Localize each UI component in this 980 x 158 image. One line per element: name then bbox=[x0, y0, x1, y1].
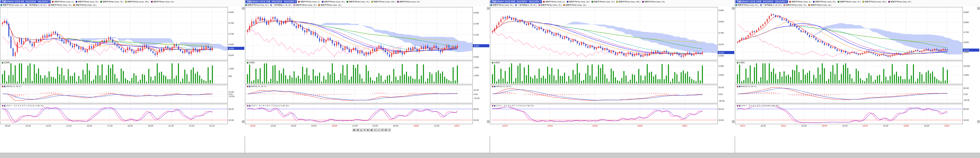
legend-label: 移動平均FM( Close, 150 ) bbox=[374, 0, 395, 3]
ma-legend-row-2: 移動平均FM( Close, 40 )一目均衡表( 9, 26, 52 )移動平… bbox=[245, 4, 343, 6]
legend-label: 移動平均FM( Close, 18 ) bbox=[566, 4, 586, 6]
legend-item: 移動平均FM( Close, 75 ) bbox=[838, 0, 861, 3]
nav-button-9[interactable]: 図 bbox=[384, 128, 387, 131]
volume-legend-swatch-icon bbox=[492, 62, 493, 63]
macd-label-text: MACD( 12, 26, 9 ) bbox=[6, 85, 21, 87]
legend-swatch-icon bbox=[73, 4, 75, 6]
scroll-up-button[interactable]: ▲ bbox=[487, 7, 490, 9]
legend-swatch-icon bbox=[298, 1, 300, 3]
macd-section-label: MACD( 12, 26, 9 ) bbox=[2, 85, 21, 87]
legend-swatch-icon bbox=[760, 4, 762, 6]
scroll-up-button[interactable]: ▲ bbox=[977, 7, 980, 9]
legend-item: 移動平均FM( Close, 5 ) bbox=[543, 0, 565, 3]
scroll-down-button[interactable]: ▼ bbox=[242, 120, 245, 123]
stochastics-section-label: スロー・ストキャスティクス( 14, 3, 80, 20 ) bbox=[247, 104, 289, 107]
legend-label: 移動平均FM( Close, 150 ) bbox=[127, 0, 149, 3]
ma-legend-row-2: 移動平均FM( Close, 40 )一目均衡表( 9, 26, 52 )移動平… bbox=[490, 4, 588, 6]
scroll-down-button[interactable]: ▼ bbox=[732, 120, 735, 123]
legend-label: 一目均衡表( 9, 26, 52 ) bbox=[27, 4, 47, 6]
volume-legend-swatch-icon bbox=[247, 62, 248, 63]
macd-label-text: MACD( 12, 26, 9 ) bbox=[251, 85, 266, 87]
legend-swatch-icon bbox=[539, 4, 540, 6]
legend-item: 移動平均FM( Close, 18 ) bbox=[73, 4, 96, 6]
ma-legend-row-2: 移動平均FM( Close, 40 )一目均衡表( 9, 26, 52 )移動平… bbox=[0, 4, 98, 6]
stoch-d-swatch-icon bbox=[4, 105, 5, 106]
chart-canvas[interactable] bbox=[0, 6, 245, 136]
stoch-label-text: スロー・ストキャスティクス( 14, 3, 80, 20 ) bbox=[741, 104, 779, 107]
nav-button-4[interactable]: ▶ bbox=[366, 128, 370, 131]
legend-item: 移動平均FM( Close, 75 ) bbox=[294, 4, 317, 6]
volume-label-text: 出来高 bbox=[249, 62, 255, 64]
legend-label: 移動平均FM( Close, 40 ) bbox=[248, 4, 268, 6]
chart-header: 日経225mini 11/12( 120分, 2011/10/13 - 2011… bbox=[735, 0, 980, 6]
macd-signal-swatch-icon bbox=[739, 86, 740, 87]
chart-canvas[interactable] bbox=[245, 6, 490, 136]
stoch-d-swatch-icon bbox=[249, 105, 250, 106]
legend-item: 移動平均FM( Close, 40 ) bbox=[0, 4, 23, 6]
legend-item: 移動平均FM( Close, 40 ) bbox=[245, 4, 268, 6]
legend-item: 移動平均FM( Close, 75 ) bbox=[100, 0, 123, 3]
macd-signal-swatch-icon bbox=[4, 86, 5, 87]
scroll-up-button[interactable]: ▲ bbox=[242, 7, 245, 9]
legend-item: 移動平均FM( Close, 150 ) bbox=[371, 0, 395, 3]
legend-label: 移動平均FM( Close, 40 ) bbox=[493, 4, 513, 6]
nav-button-1[interactable]: ◀ bbox=[356, 128, 359, 131]
ma-legend-row-1: 移動平均FM( Close, 5 )移動平均FM( Close, 25 )移動平… bbox=[789, 0, 913, 3]
legend-item: 移動平均FM( Close, 29 ) bbox=[397, 0, 420, 3]
legend-item: 移動平均FM( Close, 29 ) bbox=[151, 0, 174, 3]
stoch-d-swatch-icon bbox=[494, 105, 495, 106]
legend-item: 移動平均FM( Close, 18 ) bbox=[808, 4, 831, 6]
legend-label: 移動平均FM( Close, 18 ) bbox=[321, 4, 341, 6]
legend-item: 移動平均FM( Close, 75 ) bbox=[49, 4, 72, 6]
macd-line-swatch-icon bbox=[2, 86, 3, 87]
scroll-down-button[interactable]: ▼ bbox=[977, 120, 980, 123]
chart-canvas[interactable] bbox=[490, 6, 735, 136]
legend-item: 移動平均FM( Close, 75 ) bbox=[784, 4, 807, 6]
legend-swatch-icon bbox=[808, 4, 810, 6]
legend-item: 移動平均FM( Close, 18 ) bbox=[318, 4, 341, 6]
nav-button-10[interactable]: ✕ bbox=[388, 128, 391, 131]
nav-button-6[interactable]: D bbox=[373, 128, 377, 131]
legend-label: 一目均衡表( 9, 26, 52 ) bbox=[762, 4, 782, 6]
legend-swatch-icon bbox=[125, 1, 127, 3]
nav-button-0[interactable]: ◀| bbox=[352, 128, 355, 131]
chart-window-60min: 日経225mini 11/12( 60分, 2011/10/13 - 2011/… bbox=[490, 0, 735, 153]
legend-item: 移動平均FM( Close, 25 ) bbox=[813, 0, 836, 3]
stochastics-section-label: スロー・ストキャスティクス( 14, 3, 80, 20 ) bbox=[492, 104, 534, 107]
legend-label: 移動平均FM( Close, 150 ) bbox=[865, 0, 886, 3]
chart-window-5min: 日経225mini 11/12( 5分, 2011/10/18 - 2011/1… bbox=[0, 0, 245, 153]
nav-button-8[interactable]: 印 bbox=[380, 128, 384, 131]
chart-title: 日経225mini 11/12( 5分, 2011/10/18 - 2011/1… bbox=[0, 0, 51, 3]
legend-item: 移動平均FM( Close, 150 ) bbox=[862, 0, 886, 3]
nav-button-5[interactable]: |▶ bbox=[370, 128, 373, 131]
stoch-label-text: スロー・ストキャスティクス( 14, 3, 80, 20 ) bbox=[251, 104, 289, 107]
nav-button-2[interactable]: ▲ bbox=[359, 128, 363, 131]
legend-item: 移動平均FM( Close, 5 ) bbox=[789, 0, 811, 3]
scroll-down-button[interactable]: ▼ bbox=[487, 120, 490, 123]
legend-label: 移動平均FM( Close, 5 ) bbox=[301, 0, 320, 3]
nav-button-3[interactable]: ▼ bbox=[363, 128, 366, 131]
legend-item: 移動平均FM( Close, 40 ) bbox=[735, 4, 758, 6]
legend-item: 移動平均FM( Close, 25 ) bbox=[567, 0, 590, 3]
legend-label: 移動平均FM( Close, 150 ) bbox=[619, 0, 640, 3]
legend-swatch-icon bbox=[616, 1, 618, 3]
chart-header-row-1: 日経225mini 11/12( 5分, 2011/10/18 - 2011/1… bbox=[0, 0, 245, 3]
macd-section-label: MACD( 12, 26, 9 ) bbox=[247, 85, 266, 87]
chart-canvas[interactable] bbox=[735, 6, 980, 136]
scroll-up-button[interactable]: ▲ bbox=[732, 7, 735, 9]
volume-label-text: 出来高 bbox=[739, 62, 745, 64]
chart-title: 日経225mini 11/12( 15分, 2011/10/18 - 2011/… bbox=[245, 0, 297, 3]
legend-swatch-icon bbox=[100, 1, 102, 3]
chart-header-row-2: 移動平均FM( Close, 40 )一目均衡表( 9, 26, 52 )移動平… bbox=[490, 3, 735, 6]
legend-swatch-icon bbox=[322, 1, 323, 3]
macd-signal-swatch-icon bbox=[249, 86, 250, 87]
nav-button-7[interactable]: L bbox=[377, 128, 380, 131]
chart-header-row-1: 日経225mini 11/12( 120分, 2011/10/13 - 2011… bbox=[735, 0, 980, 3]
stochastics-section-label: スロー・ストキャスティクス( 14, 3, 80, 20 ) bbox=[2, 104, 44, 107]
legend-swatch-icon bbox=[151, 1, 153, 3]
stoch-k-swatch-icon bbox=[737, 105, 738, 106]
legend-item: 移動平均FM( Close, 25 ) bbox=[322, 0, 345, 3]
legend-swatch-icon bbox=[52, 1, 54, 3]
legend-item: 移動平均FM( Close, 5 ) bbox=[298, 0, 320, 3]
legend-label: 移動平均FM( Close, 75 ) bbox=[840, 0, 861, 3]
